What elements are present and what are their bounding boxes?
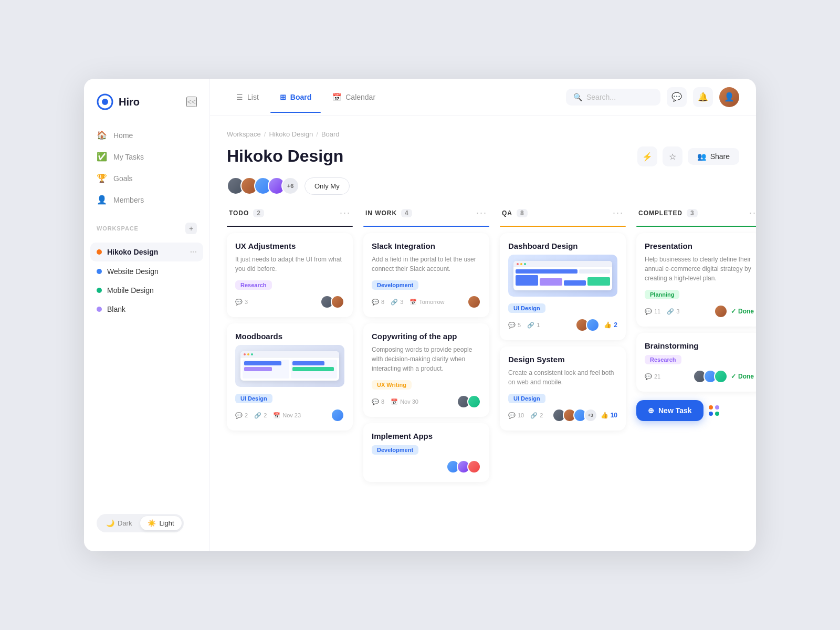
card-brainstorming-meta: 💬 21 <box>645 373 660 380</box>
card-ux-title: UX Adjustments <box>235 242 344 250</box>
search-box[interactable]: 🔍 <box>566 89 660 106</box>
presentation-done: ✓ Done <box>731 308 754 315</box>
workspace-label: WORKSPACE + <box>97 223 197 234</box>
card-avatar <box>467 395 481 408</box>
card-ux-adjustments[interactable]: UX Adjustments It just needs to adapt th… <box>227 233 353 317</box>
sidebar-item-my-tasks[interactable]: ✅ My Tasks <box>90 146 203 167</box>
workspace-dot-hikoko <box>97 249 102 255</box>
sidebar-item-goals[interactable]: 🏆 Goals <box>90 168 203 188</box>
add-workspace-button[interactable]: + <box>185 223 197 234</box>
card-dashboard-tag: UI Design <box>508 303 545 313</box>
card-copywriting-meta: 💬 8 📅 Nov 30 <box>372 398 418 405</box>
col-qa: QA 8 ··· Dashboard Design <box>500 207 626 437</box>
link-icon: 🔗 <box>391 299 398 306</box>
comment-icon: 💬 <box>645 373 652 380</box>
card-dashboard[interactable]: Dashboard Design <box>500 233 626 340</box>
sidebar: Hiro << 🏠 Home ✅ My Tasks 🏆 Goals 👤 Memb… <box>84 79 210 551</box>
card-slack-title: Slack Integration <box>372 242 481 250</box>
card-moodboards[interactable]: Moodboards <box>227 323 353 430</box>
card-copywriting-desc: Composing words to provide people with d… <box>372 345 481 373</box>
card-slack-footer: 💬 8 🔗 3 📅 Tomorrow <box>372 295 481 309</box>
bell-icon: 🔔 <box>698 92 708 102</box>
card-moodboards-title: Moodboards <box>235 332 344 341</box>
sidebar-item-home[interactable]: 🏠 Home <box>90 125 203 145</box>
col-todo-count: 2 <box>253 209 264 217</box>
dashboard-links: 🔗 1 <box>527 322 540 329</box>
search-input[interactable] <box>586 93 653 101</box>
board-icon: ⊞ <box>280 93 286 101</box>
workspace-item-mobile[interactable]: Mobile Design <box>90 281 203 299</box>
card-slack[interactable]: Slack Integration Add a field in the por… <box>363 233 489 317</box>
dashboard-likes: 👍 2 <box>604 321 617 329</box>
messages-button[interactable]: 💬 <box>667 87 687 107</box>
share-button[interactable]: 👥 Share <box>688 148 739 165</box>
card-slack-desc: Add a field in the portal to let the use… <box>372 255 481 274</box>
slack-date: 📅 Tomorrow <box>410 299 444 306</box>
comment-icon: 💬 <box>508 412 516 419</box>
calendar-icon: 📅 <box>332 93 341 101</box>
workspace-section: WORKSPACE + <box>84 210 209 238</box>
workspace-item-website[interactable]: Website Design <box>90 262 203 280</box>
breadcrumb-hikoko[interactable]: Hikoko Design <box>269 130 313 138</box>
card-presentation-meta: 💬 11 🔗 3 <box>645 308 679 315</box>
workspace-dot-blank <box>97 307 102 312</box>
sidebar-item-members-label: Members <box>113 196 144 204</box>
col-inwork-more[interactable]: ··· <box>476 207 487 218</box>
tab-board[interactable]: ⊞ Board <box>270 88 321 107</box>
tab-calendar[interactable]: 📅 Calendar <box>323 88 385 107</box>
workspace-item-blank[interactable]: Blank <box>90 300 203 318</box>
card-design-system[interactable]: Design System Create a consistent look a… <box>500 346 626 430</box>
workspace-item-more-hikoko[interactable]: ··· <box>190 247 197 257</box>
card-brainstorming[interactable]: Brainstorming Research 💬 21 <box>636 333 756 392</box>
moodboards-comments: 💬 2 <box>235 412 248 419</box>
lightning-button[interactable]: ⚡ <box>637 146 657 166</box>
comment-icon: 💬 <box>508 322 516 329</box>
collapse-button[interactable]: << <box>186 97 197 107</box>
tab-bar: ☰ List ⊞ Board 📅 Calendar <box>227 88 385 107</box>
breadcrumb-board[interactable]: Board <box>321 130 340 138</box>
comment-icon: 💬 <box>372 398 379 405</box>
card-brainstorming-avatars <box>693 370 728 383</box>
card-moodboards-tag: UI Design <box>235 394 272 403</box>
card-ux-tag: Research <box>235 280 272 290</box>
presentation-links: 🔗 3 <box>667 308 679 315</box>
sidebar-item-members[interactable]: 👤 Members <box>90 190 203 210</box>
notifications-button[interactable]: 🔔 <box>693 87 713 107</box>
list-icon: ☰ <box>236 93 243 101</box>
card-dashboard-image <box>508 255 617 297</box>
breadcrumb-workspace[interactable]: Workspace <box>227 130 261 138</box>
user-avatar[interactable]: 👤 <box>719 87 739 107</box>
dot-orange <box>709 405 713 410</box>
sidebar-item-home-label: Home <box>113 131 133 140</box>
dark-mode-button[interactable]: 🌙 Dark <box>99 516 139 530</box>
card-copywriting-title: Copywriting of the app <box>372 332 481 341</box>
card-presentation-tag: Planning <box>645 290 679 299</box>
mock-screen <box>240 351 339 381</box>
card-implement-avatars <box>446 460 481 474</box>
card-presentation[interactable]: Presentation Help businesses to clearly … <box>636 233 756 327</box>
light-mode-button[interactable]: ☀️ Light <box>140 516 181 530</box>
link-icon: 🔗 <box>527 322 534 329</box>
col-todo-more[interactable]: ··· <box>340 207 351 218</box>
workspace-item-hikoko[interactable]: Hikoko Design ··· <box>90 243 203 261</box>
only-my-button[interactable]: Only My <box>304 177 350 195</box>
breadcrumb: Workspace / Hikoko Design / Board <box>227 130 739 138</box>
tab-list[interactable]: ☰ List <box>227 88 268 107</box>
card-moodboards-image <box>235 345 344 387</box>
card-copywriting[interactable]: Copywriting of the app Composing words t… <box>363 323 489 417</box>
card-ux-desc: It just needs to adapt the UI from what … <box>235 255 344 274</box>
col-completed-more[interactable]: ··· <box>749 207 756 218</box>
card-avatar <box>467 460 481 474</box>
col-qa-more[interactable]: ··· <box>613 207 624 218</box>
card-avatar <box>714 304 728 318</box>
sun-icon: ☀️ <box>148 519 156 527</box>
sidebar-footer: 🌙 Dark ☀️ Light <box>84 506 209 541</box>
card-ux-footer: 💬 3 <box>235 295 344 309</box>
col-qa-count: 8 <box>517 209 528 217</box>
col-todo: TODO 2 ··· UX Adjustments It just needs … <box>227 207 353 437</box>
card-implement-apps[interactable]: Implement Apps Development <box>363 423 489 482</box>
link-icon: 🔗 <box>530 412 538 419</box>
new-task-button[interactable]: ⊕ New Task <box>636 400 704 421</box>
star-button[interactable]: ☆ <box>663 146 682 166</box>
sidebar-item-goals-label: Goals <box>113 174 133 183</box>
